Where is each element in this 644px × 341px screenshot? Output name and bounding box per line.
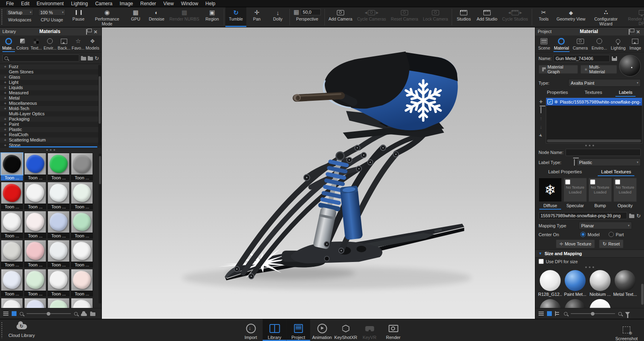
screenshot-button[interactable]: Screenshot xyxy=(615,319,638,341)
import-folder-icon[interactable] xyxy=(81,56,86,60)
menu-camera[interactable]: Camera xyxy=(91,0,116,7)
expand-icon[interactable]: + xyxy=(4,137,9,143)
material-tile[interactable]: Toon ... xyxy=(24,298,46,308)
menu-view[interactable]: View xyxy=(160,0,178,7)
material-tile[interactable]: Toon ... xyxy=(1,240,23,268)
dock-item-library[interactable]: Library xyxy=(263,319,287,341)
close-panel-icon[interactable] xyxy=(94,29,99,34)
tree-item-metal[interactable]: +Metal xyxy=(0,96,101,101)
multi-material-button[interactable]: Multi-Material xyxy=(580,65,617,74)
tree-item-scattering-medium[interactable]: +Scattering Medium xyxy=(0,137,101,143)
tree-item-glass[interactable]: +Glass xyxy=(0,75,101,80)
toolbar-button-tools[interactable]: Tools xyxy=(533,7,554,27)
project-tab-image[interactable]: Image xyxy=(628,37,642,52)
use-dpi-checkbox[interactable] xyxy=(539,259,544,264)
material-tile[interactable]: Toon ... xyxy=(1,153,23,181)
expand-icon[interactable]: + xyxy=(4,132,9,137)
menu-window[interactable]: Window xyxy=(178,0,202,7)
dock-item-project[interactable]: Project xyxy=(287,319,310,341)
library-tab-models[interactable]: Models xyxy=(85,37,100,52)
toolbar-button-performance-mode[interactable]: Performance Mode xyxy=(89,7,125,27)
size-and-mapping-section[interactable]: ▼ Size and Mapping xyxy=(535,250,644,258)
tree-item-mold-tech[interactable]: +Mold-Tech xyxy=(0,106,101,111)
menu-render[interactable]: Render xyxy=(137,0,160,7)
tree-item-gem-stones[interactable]: Gem Stones xyxy=(0,69,101,75)
delete-label-type-button[interactable] xyxy=(574,160,575,165)
toolbar-button-dolly[interactable]: Dolly xyxy=(267,7,288,27)
project-material-thumb-gun-meta[interactable]: Gun Meta... xyxy=(564,299,587,308)
expand-icon[interactable]: + xyxy=(4,127,9,132)
material-preview-sphere[interactable] xyxy=(619,55,641,77)
expand-icon[interactable]: + xyxy=(4,85,9,90)
pick-label-button[interactable] xyxy=(539,133,543,138)
texture-slot-bump[interactable]: No Texture LoadedBump xyxy=(588,178,612,210)
label-list[interactable]: ✓ ❄ Plastic/1559757989white-snowflake-pn… xyxy=(546,98,642,143)
expand-icon[interactable]: + xyxy=(4,80,9,85)
material-tile[interactable]: Toon ... xyxy=(1,298,23,308)
material-tile[interactable]: Toon ... xyxy=(24,240,46,268)
splitter-handle[interactable] xyxy=(535,265,644,269)
tree-item-multi-layer-optics[interactable]: Multi-Layer Optics xyxy=(0,111,101,116)
menu-help[interactable]: Help xyxy=(202,0,219,7)
dock-item-render[interactable]: Render xyxy=(382,319,405,341)
toolbar-button-pan[interactable]: Pan xyxy=(246,7,267,27)
material-tile[interactable]: Toon ... xyxy=(47,153,70,181)
material-tile[interactable]: Toon ... xyxy=(47,211,70,239)
material-tile[interactable]: Toon ... xyxy=(71,153,93,181)
float-panel-icon[interactable] xyxy=(629,29,634,34)
filter-icon[interactable] xyxy=(625,312,630,315)
tab-labels[interactable]: Labels xyxy=(615,89,636,97)
refresh-texture-icon[interactable] xyxy=(636,213,641,219)
expand-icon[interactable]: + xyxy=(4,106,9,111)
toolbar-button-studios[interactable]: Studios xyxy=(453,7,474,27)
library-tab-envir[interactable]: Envir... xyxy=(43,37,57,52)
toolbar-button-geometry-view[interactable]: Geometry View xyxy=(554,7,588,27)
project-material-thumb-r128-g12[interactable]: R128_G12... xyxy=(539,270,562,298)
toolbar-button-add-camera[interactable]: Add Camera xyxy=(326,7,355,27)
thumbnail-size-slider[interactable] xyxy=(27,313,71,314)
grid-view-icon[interactable] xyxy=(12,311,17,316)
open-texture-folder-icon[interactable] xyxy=(629,214,634,218)
zoom-in-icon[interactable] xyxy=(74,312,78,316)
tab-properties[interactable]: Properties xyxy=(544,89,571,97)
toolbar-drag-handle[interactable] xyxy=(1,9,3,25)
tab-label-textures[interactable]: Label Textures xyxy=(598,168,634,176)
splitter-handle[interactable] xyxy=(535,143,644,148)
library-tab-back[interactable]: Back... xyxy=(57,37,71,52)
tree-item-liquids[interactable]: +Liquids xyxy=(0,85,101,90)
cpu-usage-selector[interactable]: 100 %▾ CPU Usage xyxy=(36,7,68,27)
library-search-input[interactable] xyxy=(2,54,79,62)
project-material-thumb-aluminum[interactable]: Aluminum... xyxy=(588,299,612,308)
toolbar-button-add-studio[interactable]: Add Studio xyxy=(474,7,500,27)
grid-scrollbar[interactable] xyxy=(99,154,101,304)
project-tab-enviro[interactable]: Enviro... xyxy=(590,37,609,52)
texture-enable-checkbox[interactable] xyxy=(590,179,595,185)
move-label-up-button[interactable]: ↑ xyxy=(540,116,543,121)
project-material-thumb-paint-met[interactable]: Paint Met... xyxy=(564,270,587,298)
float-panel-icon[interactable] xyxy=(86,29,91,34)
expand-icon[interactable]: + xyxy=(4,96,9,101)
library-tab-favo[interactable]: Favo... xyxy=(71,37,85,52)
viewport-render[interactable] xyxy=(102,27,535,319)
project-tab-camera[interactable]: Camera xyxy=(572,37,589,52)
material-tile[interactable]: Toon ... xyxy=(24,182,46,210)
toolbar-button-gpu[interactable]: GPU xyxy=(125,7,146,27)
texture-enable-checkbox[interactable] xyxy=(565,179,570,185)
realtime-viewport[interactable] xyxy=(102,27,535,319)
panel-scrollbar[interactable] xyxy=(641,284,644,305)
tree-item-miscellaneous[interactable]: +Miscellaneous xyxy=(0,101,101,106)
add-label-button[interactable]: + xyxy=(539,99,543,104)
toolbar-button-configurator-wizard[interactable]: Configurator Wizard xyxy=(588,7,624,27)
expand-icon[interactable]: + xyxy=(4,101,9,106)
toolbar-button-denoise[interactable]: Denoise xyxy=(146,7,167,27)
project-tab-material[interactable]: Material xyxy=(553,37,570,52)
zoom-out-icon[interactable] xyxy=(20,312,23,316)
tree-item-fuzz[interactable]: +Fuzz xyxy=(0,64,101,69)
tree-item-measured[interactable]: +Measured xyxy=(0,90,101,96)
tree-item-paint[interactable]: +Paint xyxy=(0,122,101,127)
expand-icon[interactable]: + xyxy=(4,116,9,122)
zoom-in-icon[interactable] xyxy=(618,312,622,316)
toolbar-button-region[interactable]: Region xyxy=(202,7,223,27)
project-material-thumb-metal-bru[interactable]: Metal Bru... xyxy=(539,299,562,308)
material-tile[interactable]: Toon ... xyxy=(1,211,23,239)
